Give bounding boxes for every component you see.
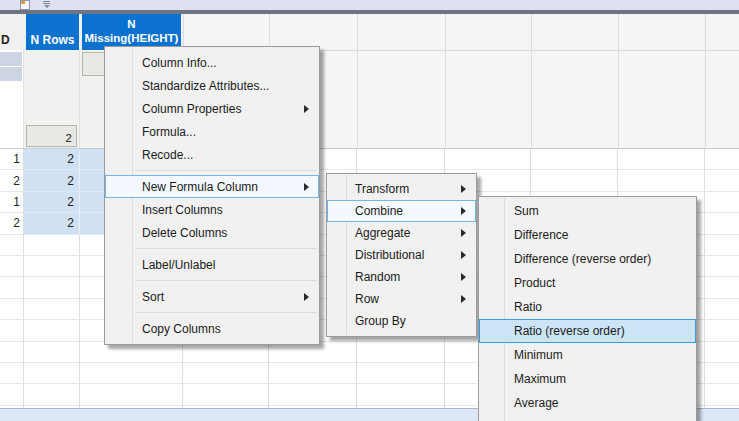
menu-item[interactable]: Delete Columns <box>105 221 319 244</box>
document-icon[interactable] <box>20 0 30 10</box>
table-cell[interactable] <box>183 363 269 384</box>
table-cell[interactable] <box>357 384 445 405</box>
table-cell[interactable] <box>618 149 705 170</box>
menu-item[interactable]: Transform <box>327 178 476 200</box>
table-cell[interactable] <box>705 170 739 191</box>
table-cell[interactable] <box>705 256 739 277</box>
menu-item[interactable]: Product <box>479 271 696 295</box>
table-cell[interactable] <box>24 320 80 341</box>
table-cell[interactable] <box>24 342 80 363</box>
table-cell[interactable] <box>357 342 445 363</box>
table-cell[interactable] <box>0 277 24 298</box>
submenu-arrow-icon <box>304 105 309 113</box>
table-cell[interactable]: 2 <box>0 213 24 234</box>
menu-item[interactable]: Column Info... <box>105 51 319 74</box>
menu-separator <box>135 280 317 281</box>
column-header-nmissing-height[interactable]: N Missing(HEIGHT) <box>82 14 181 50</box>
menu-item[interactable]: Formula... <box>105 120 319 143</box>
table-cell[interactable]: 2 <box>0 170 24 191</box>
table-cell[interactable] <box>0 235 24 256</box>
table-cell[interactable] <box>705 192 739 213</box>
menu-item-label: New Formula Column <box>142 180 258 194</box>
menu-item-label: Distributional <box>355 248 424 262</box>
table-cell[interactable]: 2 <box>24 213 80 234</box>
menu-item[interactable]: Difference <box>479 223 696 247</box>
table-cell[interactable] <box>24 384 80 405</box>
menu-item-label: Recode... <box>142 148 193 162</box>
table-cell[interactable] <box>705 363 739 384</box>
menu-item[interactable]: Group By <box>327 310 476 332</box>
menu-item[interactable]: Distributional <box>327 244 476 266</box>
group-summary-cell[interactable]: 2 <box>26 125 77 147</box>
table-cell[interactable] <box>357 149 445 170</box>
submenu-arrow-icon <box>461 207 466 215</box>
table-cell[interactable] <box>80 363 183 384</box>
menu-item[interactable]: Combine <box>327 200 476 222</box>
table-cell[interactable] <box>705 384 739 405</box>
menu-item[interactable]: New Formula Column <box>105 175 319 198</box>
table-cell[interactable] <box>705 320 739 341</box>
table-cell[interactable] <box>24 235 80 256</box>
table-cell[interactable] <box>705 342 739 363</box>
table-cell[interactable]: 1 <box>0 192 24 213</box>
menu-item[interactable]: Aggregate <box>327 222 476 244</box>
group-cell[interactable] <box>0 67 22 81</box>
table-cell[interactable] <box>705 299 739 320</box>
table-cell[interactable] <box>183 384 269 405</box>
table-cell[interactable] <box>531 149 618 170</box>
table-cell[interactable] <box>24 363 80 384</box>
table-cell[interactable] <box>705 277 739 298</box>
table-cell[interactable] <box>0 384 24 405</box>
menu-item[interactable]: Label/Unlabel <box>105 253 319 276</box>
menu-item[interactable]: Copy Columns <box>105 317 319 340</box>
menu-item[interactable]: Standardize Attributes... <box>105 74 319 97</box>
table-cell[interactable]: 2 <box>24 149 80 170</box>
menu-item[interactable]: Sum <box>479 199 696 223</box>
table-cell[interactable] <box>80 384 183 405</box>
table-cell[interactable] <box>0 320 24 341</box>
table-cell[interactable] <box>24 299 80 320</box>
table-cell[interactable]: 2 <box>24 192 80 213</box>
table-cell[interactable] <box>269 363 357 384</box>
submenu-arrow-icon <box>461 273 466 281</box>
menu-item[interactable]: Standard Deviation <box>479 415 696 421</box>
menu-item-label: Copy Columns <box>142 322 221 336</box>
table-cell[interactable] <box>357 363 445 384</box>
submenu-arrow-icon <box>461 185 466 193</box>
menu-item[interactable]: Insert Columns <box>105 198 319 221</box>
menu-item[interactable]: Recode... <box>105 143 319 166</box>
menu-item[interactable]: Column Properties <box>105 97 319 120</box>
menu-item[interactable]: Average <box>479 391 696 415</box>
customize-toolbar-icon[interactable] <box>42 0 51 9</box>
table-cell[interactable] <box>705 149 739 170</box>
menu-item-label: Minimum <box>514 348 563 362</box>
table-cell[interactable] <box>445 149 531 170</box>
menu-item[interactable]: Sort <box>105 285 319 308</box>
table-cell[interactable] <box>0 256 24 277</box>
table-cell[interactable]: 2 <box>24 170 80 191</box>
table-cell[interactable] <box>0 342 24 363</box>
menu-item[interactable]: Ratio (reverse order) <box>479 319 696 343</box>
column-header-d[interactable]: D <box>0 14 23 50</box>
menu-item[interactable]: Minimum <box>479 343 696 367</box>
menu-item-label: Random <box>355 270 400 284</box>
table-cell[interactable] <box>618 170 705 191</box>
menu-item[interactable]: Difference (reverse order) <box>479 247 696 271</box>
menu-item[interactable]: Ratio <box>479 295 696 319</box>
menu-item[interactable]: Maximum <box>479 367 696 391</box>
column-header-nrows[interactable]: N Rows <box>26 14 79 50</box>
table-cell[interactable]: 1 <box>0 149 24 170</box>
table-cell[interactable] <box>705 235 739 256</box>
group-cell[interactable] <box>0 52 22 66</box>
table-cell[interactable] <box>0 363 24 384</box>
menu-item[interactable]: Random <box>327 266 476 288</box>
grid-line <box>23 50 24 148</box>
table-cell[interactable] <box>531 170 618 191</box>
table-cell[interactable] <box>269 384 357 405</box>
table-cell[interactable] <box>24 256 80 277</box>
table-cell[interactable] <box>0 299 24 320</box>
new-formula-column-submenu: TransformCombineAggregateDistributionalR… <box>326 173 477 337</box>
table-cell[interactable] <box>24 277 80 298</box>
menu-item[interactable]: Row <box>327 288 476 310</box>
table-cell[interactable] <box>705 213 739 234</box>
